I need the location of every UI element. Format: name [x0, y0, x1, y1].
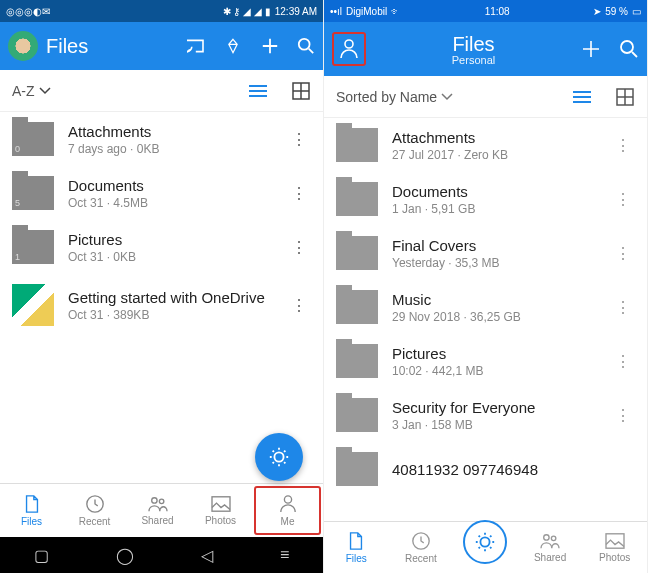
camera-icon — [474, 531, 496, 553]
file-thumbnail — [12, 284, 54, 326]
nav-photos[interactable]: Photos — [582, 522, 647, 573]
view-list-icon[interactable] — [247, 83, 269, 99]
more-icon[interactable]: ⋮ — [287, 130, 311, 149]
cast-icon[interactable] — [185, 38, 205, 54]
folder-icon — [336, 398, 378, 432]
scan-fab[interactable] — [255, 433, 303, 481]
person-icon — [339, 38, 359, 60]
view-grid-icon[interactable] — [291, 81, 311, 101]
header-title: Files Personal — [374, 33, 573, 66]
more-icon[interactable]: ⋮ — [611, 298, 635, 317]
search-icon[interactable] — [619, 39, 639, 59]
svg-point-0 — [299, 39, 310, 50]
people-icon — [539, 532, 561, 550]
sort-dropdown[interactable]: A-Z — [12, 83, 51, 99]
chevron-down-icon — [39, 87, 51, 95]
ios-screen: ••ıl DigiMobil ᯤ 11:08 ➤ 59 % ▭ Files Pe… — [324, 0, 648, 573]
folder-icon — [336, 452, 378, 486]
nav-me[interactable]: Me — [254, 486, 321, 535]
file-list: 0 Attachments7 days ago · 0KB ⋮ 5 Docume… — [0, 112, 323, 483]
home-key[interactable]: ◯ — [116, 546, 134, 565]
camera-icon — [268, 446, 290, 468]
account-button[interactable] — [332, 32, 366, 66]
sort-bar: Sorted by Name — [324, 76, 647, 118]
recents-key[interactable]: ▢ — [34, 546, 49, 565]
file-icon — [23, 494, 41, 514]
bottom-nav: Files Recent Shared Photos — [324, 521, 647, 573]
view-list-icon[interactable] — [571, 89, 593, 105]
svg-point-13 — [544, 535, 549, 540]
header-title: Files — [46, 35, 177, 58]
chevron-down-icon — [441, 93, 453, 101]
more-icon[interactable]: ⋮ — [287, 184, 311, 203]
sort-bar: A-Z — [0, 70, 323, 112]
more-icon[interactable]: ⋮ — [287, 238, 311, 257]
avatar[interactable] — [8, 31, 38, 61]
nav-photos[interactable]: Photos — [189, 484, 252, 537]
list-item[interactable]: Music29 Nov 2018 · 36,25 GB⋮ — [324, 280, 647, 334]
list-item[interactable]: Attachments27 Jul 2017 · Zero KB⋮ — [324, 118, 647, 172]
list-item[interactable]: Getting started with OneDriveOct 31 · 38… — [0, 274, 323, 336]
nav-shared[interactable]: Shared — [126, 484, 189, 537]
folder-icon: 5 — [12, 176, 54, 210]
list-item[interactable]: 40811932 097746948 — [324, 442, 647, 496]
back-key[interactable]: ◁ — [201, 546, 213, 565]
more-icon[interactable]: ⋮ — [611, 190, 635, 209]
status-bar: ◎◎◎◐✉ ✱ ⚷ ◢ ◢ ▮ 12:39 AM — [0, 0, 323, 22]
more-icon[interactable]: ⋮ — [611, 406, 635, 425]
svg-point-4 — [151, 498, 156, 503]
list-item[interactable]: 1 PicturesOct 31 · 0KB ⋮ — [0, 220, 323, 274]
add-icon[interactable] — [581, 39, 601, 59]
list-item[interactable]: 5 DocumentsOct 31 · 4.5MB ⋮ — [0, 166, 323, 220]
premium-icon[interactable] — [223, 37, 243, 55]
svg-point-5 — [159, 499, 164, 504]
folder-icon — [336, 182, 378, 216]
folder-icon — [336, 236, 378, 270]
nav-recent[interactable]: Recent — [63, 484, 126, 537]
status-bar: ••ıl DigiMobil ᯤ 11:08 ➤ 59 % ▭ — [324, 0, 647, 22]
bottom-nav: Files Recent Shared Photos Me — [0, 483, 323, 537]
more-icon[interactable]: ⋮ — [611, 136, 635, 155]
more-icon[interactable]: ⋮ — [287, 296, 311, 315]
svg-point-7 — [284, 496, 291, 503]
photo-icon — [210, 495, 232, 513]
nav-scan[interactable] — [453, 522, 518, 573]
svg-point-9 — [621, 41, 633, 53]
more-icon[interactable]: ⋮ — [611, 244, 635, 263]
more-icon[interactable]: ⋮ — [611, 352, 635, 371]
folder-icon: 1 — [12, 230, 54, 264]
person-icon — [279, 494, 297, 514]
nav-shared[interactable]: Shared — [518, 522, 583, 573]
clock-icon — [85, 494, 105, 514]
clock-icon — [411, 531, 431, 551]
photo-icon — [604, 532, 626, 550]
android-screen: ◎◎◎◐✉ ✱ ⚷ ◢ ◢ ▮ 12:39 AM Files A-Z 0 Att… — [0, 0, 324, 573]
app-header: Files Personal — [324, 22, 647, 76]
people-icon — [147, 495, 169, 513]
folder-icon — [336, 128, 378, 162]
list-item[interactable]: Pictures10:02 · 442,1 MB⋮ — [324, 334, 647, 388]
svg-point-2 — [274, 452, 283, 461]
sort-dropdown[interactable]: Sorted by Name — [336, 89, 453, 105]
list-item[interactable]: Documents1 Jan · 5,91 GB⋮ — [324, 172, 647, 226]
list-item[interactable]: Security for Everyone3 Jan · 158 MB⋮ — [324, 388, 647, 442]
folder-icon: 0 — [12, 122, 54, 156]
app-header: Files — [0, 22, 323, 70]
file-icon — [347, 531, 365, 551]
list-item[interactable]: 0 Attachments7 days ago · 0KB ⋮ — [0, 112, 323, 166]
svg-point-14 — [551, 536, 556, 541]
add-icon[interactable] — [261, 37, 279, 55]
folder-icon — [336, 344, 378, 378]
nav-files[interactable]: Files — [0, 484, 63, 537]
nav-recent[interactable]: Recent — [389, 522, 454, 573]
list-item[interactable]: Final CoversYesterday · 35,3 MB⋮ — [324, 226, 647, 280]
folder-icon — [336, 290, 378, 324]
svg-point-8 — [345, 40, 353, 48]
nav-files[interactable]: Files — [324, 522, 389, 573]
file-list: Attachments27 Jul 2017 · Zero KB⋮ Docume… — [324, 118, 647, 521]
view-grid-icon[interactable] — [615, 87, 635, 107]
system-nav: ▢ ◯ ◁ ≡ — [0, 537, 323, 573]
svg-point-12 — [481, 537, 490, 546]
search-icon[interactable] — [297, 37, 315, 55]
menu-key[interactable]: ≡ — [280, 546, 289, 564]
